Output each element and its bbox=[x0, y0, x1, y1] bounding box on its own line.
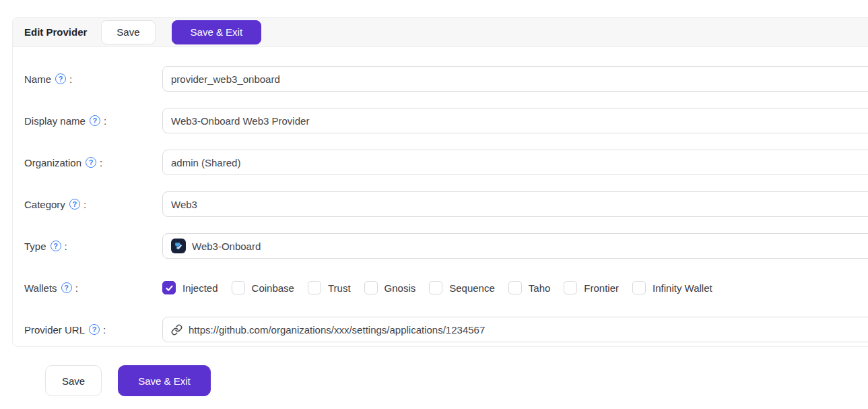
organization-label: Organization ? : bbox=[24, 157, 162, 168]
checkbox-unchecked-icon[interactable] bbox=[364, 281, 378, 294]
wallets-row: Wallets ? : InjectedCoinbaseTrustGnosisS… bbox=[24, 275, 868, 301]
organization-input[interactable] bbox=[171, 157, 868, 168]
organization-input-box bbox=[162, 150, 868, 175]
category-input-box bbox=[162, 191, 868, 217]
wallet-label: Injected bbox=[182, 282, 218, 294]
wallet-label: Taho bbox=[529, 282, 551, 294]
save-button-top[interactable]: Save bbox=[101, 20, 155, 44]
help-icon[interactable]: ? bbox=[89, 324, 100, 335]
category-input[interactable] bbox=[171, 199, 868, 210]
edit-provider-panel: Edit Provider Save Save & Exit Name ? : … bbox=[12, 17, 868, 347]
wallet-label: Frontier bbox=[584, 282, 619, 294]
checkbox-unchecked-icon[interactable] bbox=[308, 281, 321, 294]
provider-url-label: Provider URL ? : bbox=[24, 324, 162, 336]
help-icon[interactable]: ? bbox=[86, 157, 96, 168]
checkbox-unchecked-icon[interactable] bbox=[232, 281, 245, 294]
save-button-bottom[interactable]: Save bbox=[45, 365, 102, 396]
wallets-label: Wallets ? : bbox=[24, 282, 162, 294]
wallet-label: Gnosis bbox=[385, 282, 416, 294]
wallets-checkbox-group: InjectedCoinbaseTrustGnosisSequenceTahoF… bbox=[162, 281, 726, 294]
checkbox-unchecked-icon[interactable] bbox=[632, 281, 646, 294]
type-value: Web3-Onboard bbox=[192, 241, 261, 252]
name-label: Name ? : bbox=[24, 73, 162, 85]
checkbox-unchecked-icon[interactable] bbox=[429, 281, 442, 294]
type-row: Type ? : Web3-Onboard bbox=[24, 233, 868, 259]
category-label: Category ? : bbox=[24, 199, 162, 210]
wallet-option: Trust bbox=[308, 281, 351, 294]
checkbox-checked-icon[interactable] bbox=[162, 281, 176, 294]
wallet-label: Trust bbox=[328, 282, 351, 294]
name-input-box bbox=[162, 66, 868, 92]
provider-url-input-box bbox=[162, 317, 868, 342]
wallet-option: Injected bbox=[162, 281, 218, 294]
type-label: Type ? : bbox=[24, 241, 162, 252]
help-icon[interactable]: ? bbox=[51, 241, 61, 251]
wallet-option: Taho bbox=[508, 281, 551, 294]
wallet-option: Sequence bbox=[429, 281, 495, 294]
link-icon bbox=[171, 324, 182, 336]
web3-onboard-logo-icon bbox=[171, 239, 186, 253]
footer-actions: Save Save & Exit bbox=[45, 365, 211, 396]
display-name-label: Display name ? : bbox=[24, 115, 162, 127]
save-exit-button-top[interactable]: Save & Exit bbox=[172, 20, 262, 44]
help-icon[interactable]: ? bbox=[90, 115, 100, 126]
wallet-label: Coinbase bbox=[252, 282, 294, 294]
display-name-input[interactable] bbox=[171, 115, 868, 127]
display-name-input-box bbox=[162, 108, 868, 133]
wallet-option: Infinity Wallet bbox=[632, 281, 712, 294]
wallet-option: Coinbase bbox=[232, 281, 294, 294]
wallet-option: Gnosis bbox=[364, 281, 416, 294]
help-icon[interactable]: ? bbox=[55, 73, 66, 84]
panel-header: Edit Provider Save Save & Exit bbox=[13, 18, 868, 47]
name-input[interactable] bbox=[171, 73, 868, 85]
save-exit-button-bottom[interactable]: Save & Exit bbox=[118, 365, 211, 396]
page-title: Edit Provider bbox=[24, 26, 87, 38]
name-row: Name ? : bbox=[24, 66, 868, 92]
category-row: Category ? : bbox=[24, 191, 868, 217]
type-select[interactable]: Web3-Onboard bbox=[162, 233, 868, 259]
provider-url-input[interactable] bbox=[189, 324, 868, 336]
provider-url-row: Provider URL ? : bbox=[24, 317, 868, 342]
wallet-label: Sequence bbox=[449, 282, 495, 294]
checkbox-unchecked-icon[interactable] bbox=[508, 281, 522, 294]
form-body: Name ? : Display name ? : Organization ? bbox=[13, 47, 868, 342]
wallet-option: Frontier bbox=[564, 281, 619, 294]
checkbox-unchecked-icon[interactable] bbox=[564, 281, 577, 294]
display-name-row: Display name ? : bbox=[24, 108, 868, 133]
help-icon[interactable]: ? bbox=[69, 199, 80, 210]
help-icon[interactable]: ? bbox=[61, 282, 72, 293]
wallet-label: Infinity Wallet bbox=[653, 282, 712, 294]
organization-row: Organization ? : bbox=[24, 150, 868, 175]
